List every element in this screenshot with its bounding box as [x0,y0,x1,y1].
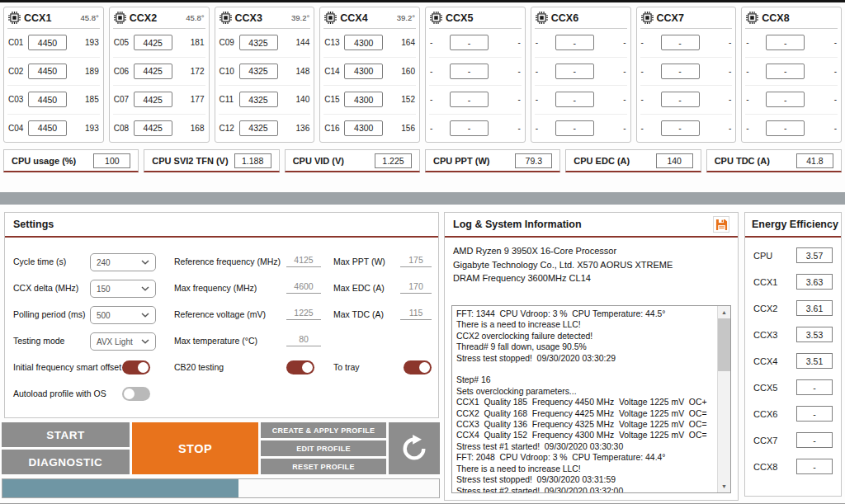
status-value-box: 100 [93,153,130,168]
core-quality: 164 [401,38,415,47]
core-frequency-box: 4300 [344,64,383,79]
scroll-up-arrow-icon[interactable]: ▲ [718,306,730,318]
ccx-title: CCX2 [130,12,157,24]
create-apply-profile-button[interactable]: CREATE & APPLY PROFILE [261,422,386,438]
log-output[interactable]: FFT: 1344 CPU Vdroop: 3 % CPU Temperatur… [451,305,731,493]
status-cpu-svi2-tfn: CPU SVI2 TFN (V)1.188 [144,149,279,172]
smart-offset-label: Initial frequency smart offset [13,362,121,372]
max-edc-field[interactable]: 170 [400,281,432,294]
core-frequency-box: 4450 [28,64,67,79]
core-label: C07 [114,95,131,104]
chevron-down-icon [141,260,149,265]
core-frequency-box: - [766,92,805,107]
ccx-title: CCX5 [446,12,473,24]
core-label: C09 [220,38,237,47]
core-label: - [536,38,553,47]
core-quality: - [623,95,625,104]
max-frequency-field[interactable]: 4600 [286,281,321,294]
max-temperature-field[interactable]: 80 [286,334,321,346]
cb20-testing-toggle[interactable] [286,360,314,374]
ccx-temperature: 45.8° [186,13,204,22]
energy-label: CCX7 [753,436,777,445]
energy-label: CPU [753,251,772,261]
testing-mode-label: Testing mode [13,336,64,346]
core-frequency-box: - [661,35,700,50]
core-row: --- [535,29,627,58]
log-panel: Log & System Information AMD Ryzen 9 395… [444,212,739,501]
smart-offset-toggle[interactable] [122,360,150,374]
core-frequency-box: 4300 [344,35,383,50]
core-quality: 193 [85,38,99,47]
max-tdc-field[interactable]: 115 [400,308,432,320]
core-quality: - [517,38,520,47]
core-row: C014450193 [7,29,100,58]
core-quality: 185 [85,95,99,104]
reference-voltage-field[interactable]: 1225 [286,308,321,320]
cycle-time-dropdown[interactable]: 240 [90,253,156,271]
chevron-down-icon [141,339,149,344]
stop-button[interactable]: STOP [132,422,258,474]
core-frequency-box: 4425 [134,35,172,50]
log-scrollbar[interactable]: ▲ ▼ [717,306,730,492]
core-frequency-box: 4300 [344,120,383,136]
diagnostic-button[interactable]: DIAGNOSTIC [2,450,130,474]
ccx-delta-dropdown[interactable]: 150 [90,280,156,298]
scroll-down-arrow-icon[interactable]: ▼ [718,480,730,492]
energy-value-box: 3.63 [796,274,833,290]
core-row: --- [429,115,522,143]
start-button[interactable]: START [2,422,130,447]
reset-profile-button[interactable]: RESET PROFILE [261,459,386,474]
core-row: C064425172 [113,58,205,87]
energy-row: CCX13.63 [753,274,833,290]
core-frequency-box: - [555,120,594,136]
max-ppt-field[interactable]: 175 [400,255,432,267]
core-quality: - [834,124,837,133]
core-label: C13 [324,38,342,47]
scrollbar-thumb[interactable] [718,318,730,371]
core-frequency-box: 4450 [28,92,67,107]
ccx-temperature: 39.2° [397,13,415,22]
core-row: --- [640,115,733,143]
to-tray-toggle[interactable] [404,360,432,374]
core-frequency-box: 4325 [239,64,278,79]
core-row: C164300156 [323,115,416,143]
status-value-box: 41.8 [796,153,833,168]
core-frequency-box: 4325 [239,92,278,107]
core-frequency-box: - [766,35,805,50]
ccx-panel-7: CCX7 --- --- --- --- [636,7,737,143]
core-frequency-box: 4450 [28,35,67,50]
core-label: - [430,95,447,104]
autoload-profile-toggle[interactable] [122,387,150,401]
core-label: - [536,67,553,76]
core-label: - [430,67,447,76]
status-value-box: 140 [656,153,693,168]
core-row: C024450189 [7,58,100,87]
energy-row: CCX5- [753,379,833,395]
core-row: C124325136 [219,115,311,143]
core-label: C01 [8,38,26,47]
energy-row: CCX6- [753,406,833,422]
edit-profile-button[interactable]: EDIT PROFILE [261,440,386,456]
core-quality: 156 [401,124,415,133]
refresh-button[interactable] [389,422,440,474]
polling-period-value: 500 [97,311,111,320]
max-tdc-label: Max TDC (A) [333,309,384,319]
core-quality: - [729,124,731,133]
ccx-delta-label: CCX delta (MHz) [13,283,78,293]
core-label: - [746,95,763,104]
status-value-box: 79.3 [515,153,552,168]
reference-frequency-field[interactable]: 4125 [286,255,321,267]
ccx-title: CCX7 [657,12,684,24]
core-frequency-box: 4300 [344,92,383,107]
testing-mode-dropdown[interactable]: AVX Light [90,332,156,351]
core-row: --- [745,86,838,115]
autoload-label: Autoload profile with OS [13,389,106,398]
energy-row: CCX8- [753,459,833,474]
ccx-title: CCX6 [551,12,578,24]
ccx-header: CCX5 [429,7,522,29]
polling-period-dropdown[interactable]: 500 [90,306,156,324]
energy-label: CCX8 [753,462,777,472]
core-row: C134300164 [323,29,416,58]
save-log-button[interactable] [713,216,729,233]
status-label: CPU EDC (A) [574,156,630,166]
